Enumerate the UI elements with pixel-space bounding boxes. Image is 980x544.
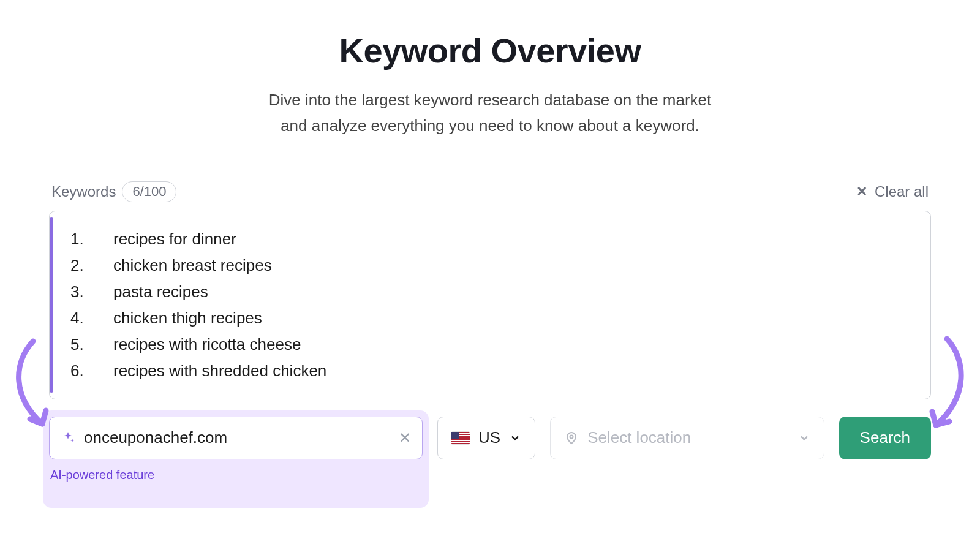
country-code-label: US — [478, 428, 500, 447]
keywords-label: Keywords — [51, 183, 116, 200]
page-title: Keyword Overview — [49, 31, 931, 70]
sparkle-icon — [61, 431, 75, 445]
keyword-row: 3.pasta recipes — [70, 279, 913, 305]
keyword-row: 5.recipes with ricotta cheese — [70, 331, 913, 358]
svg-point-0 — [570, 435, 573, 438]
clear-input-icon[interactable]: ✕ — [399, 429, 411, 447]
clear-all-label: Clear all — [875, 183, 929, 200]
keyword-index: 2. — [70, 252, 89, 279]
keyword-row: 4.chicken thigh recipes — [70, 305, 913, 331]
keyword-index: 5. — [70, 331, 89, 358]
keyword-index: 6. — [70, 358, 89, 384]
keyword-row: 6.recipes with shredded chicken — [70, 358, 913, 384]
keyword-text: pasta recipes — [113, 279, 208, 305]
ai-domain-field[interactable]: ✕ — [49, 417, 423, 459]
location-select[interactable]: Select location — [550, 417, 824, 459]
ai-feature-caption: AI-powered feature — [50, 468, 423, 482]
location-pin-icon — [564, 431, 579, 445]
clear-all-button[interactable]: ✕ Clear all — [856, 183, 929, 200]
subtitle-line-2: and analyze everything you need to know … — [281, 116, 699, 135]
keyword-text: chicken thigh recipes — [113, 305, 262, 331]
keywords-input-box[interactable]: 1.recipes for dinner 2.chicken breast re… — [49, 211, 931, 399]
keyword-text: chicken breast recipes — [113, 252, 272, 279]
keyword-index: 4. — [70, 305, 89, 331]
keyword-row: 1.recipes for dinner — [70, 226, 913, 252]
chevron-down-icon — [509, 432, 521, 444]
ai-domain-input[interactable] — [84, 428, 390, 447]
chevron-down-icon — [798, 432, 810, 444]
keywords-count-badge: 6/100 — [122, 181, 176, 202]
subtitle-line-1: Dive into the largest keyword research d… — [269, 91, 712, 109]
keyword-row: 2.chicken breast recipes — [70, 252, 913, 279]
keyword-text: recipes with ricotta cheese — [113, 331, 301, 358]
keyword-text: recipes for dinner — [113, 226, 236, 252]
keyword-text: recipes with shredded chicken — [113, 358, 326, 384]
keyword-index: 3. — [70, 279, 89, 305]
keyword-index: 1. — [70, 226, 89, 252]
keywords-list: 1.recipes for dinner 2.chicken breast re… — [59, 226, 913, 383]
page-subtitle: Dive into the largest keyword research d… — [49, 88, 931, 138]
country-select[interactable]: US — [437, 417, 535, 459]
location-placeholder: Select location — [587, 428, 691, 447]
close-icon: ✕ — [856, 184, 867, 200]
search-button[interactable]: Search — [839, 417, 931, 459]
us-flag-icon — [451, 432, 470, 444]
